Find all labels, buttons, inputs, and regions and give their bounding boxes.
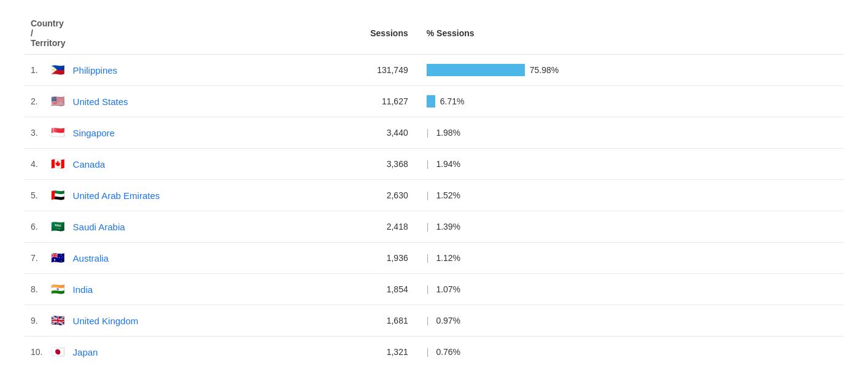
flag-cell: 🇵🇭 [50,55,73,86]
pct-value: 1.39% [436,222,460,232]
bar-divider: | [427,284,429,294]
country-link[interactable]: Canada [73,159,106,170]
bar-divider: | [427,222,429,232]
rank-cell: 7. [25,243,50,274]
table-row: 9.🇬🇧United Kingdom1,681|0.97% [25,305,843,337]
sessions-cell: 1,936 [347,243,420,274]
analytics-table-container: Country / Territory Sessions % Sessions … [0,0,868,380]
country-link[interactable]: Japan [73,347,98,357]
country-name-cell[interactable]: Japan [73,337,347,368]
country-link[interactable]: United Kingdom [73,316,139,326]
sessions-cell: 1,854 [347,274,420,305]
sessions-bar [427,64,525,76]
pct-sessions-cell: |0.76% [420,337,843,368]
table-row: 3.🇸🇬Singapore3,440|1.98% [25,117,843,149]
country-link[interactable]: United States [73,96,128,107]
flag-icon: 🇵🇭 [51,64,64,76]
flag-cell: 🇦🇺 [50,243,73,274]
table-row: 4.🇨🇦Canada3,368|1.94% [25,149,843,180]
country-link[interactable]: Singapore [73,128,115,138]
flag-cell: 🇯🇵 [50,337,73,368]
flag-icon: 🇮🇳 [51,283,64,295]
country-name-cell[interactable]: India [73,274,347,305]
bar-container: |0.76% [427,347,836,357]
bar-divider: | [427,253,429,263]
country-name-cell[interactable]: Saudi Arabia [73,211,347,243]
sessions-cell: 11,627 [347,86,420,117]
flag-cell: 🇺🇸 [50,86,73,117]
pct-value: 0.76% [436,347,460,357]
sessions-header: Sessions [347,12,420,55]
bar-divider: | [427,159,429,169]
pct-sessions-header: % Sessions [420,12,843,55]
flag-cell: 🇸🇬 [50,117,73,149]
flag-icon: 🇺🇸 [51,95,64,107]
flag-icon: 🇬🇧 [51,314,64,327]
pct-value: 75.98% [530,65,559,75]
bar-container: |0.97% [427,316,836,325]
table-row: 10.🇯🇵Japan1,321|0.76% [25,337,843,368]
sessions-cell: 2,630 [347,180,420,211]
table-row: 6.🇸🇦Saudi Arabia2,418|1.39% [25,211,843,243]
country-sessions-table: Country / Territory Sessions % Sessions … [25,12,843,367]
rank-cell: 3. [25,117,50,149]
pct-sessions-cell: 6.71% [420,86,843,117]
pct-sessions-cell: |1.39% [420,211,843,243]
country-name-header [73,12,347,55]
flag-cell: 🇦🇪 [50,180,73,211]
bar-divider: | [427,128,429,138]
pct-value: 1.07% [436,284,460,294]
sessions-cell: 3,440 [347,117,420,149]
pct-sessions-cell: |1.94% [420,149,843,180]
country-link[interactable]: Australia [73,253,109,263]
bar-container: |1.12% [427,253,836,263]
sessions-bar [427,95,435,107]
country-link[interactable]: Saudi Arabia [73,222,125,232]
country-name-cell[interactable]: Singapore [73,117,347,149]
country-name-cell[interactable]: United States [73,86,347,117]
country-name-cell[interactable]: Philippines [73,55,347,86]
pct-value: 1.94% [436,159,460,169]
bar-divider: | [427,190,429,200]
flag-icon: 🇨🇦 [51,158,64,170]
flag-cell: 🇮🇳 [50,274,73,305]
flag-icon: 🇦🇺 [51,252,64,264]
bar-container: 75.98% [427,64,836,76]
sessions-cell: 2,418 [347,211,420,243]
sessions-cell: 1,681 [347,305,420,337]
pct-sessions-cell: |1.52% [420,180,843,211]
rank-cell: 2. [25,86,50,117]
country-name-cell[interactable]: United Arab Emirates [73,180,347,211]
bar-container: |1.52% [427,190,836,200]
pct-value: 6.71% [440,96,465,106]
pct-value: 1.98% [436,128,460,138]
country-link[interactable]: United Arab Emirates [73,190,160,201]
table-row: 8.🇮🇳India1,854|1.07% [25,274,843,305]
pct-value: 0.97% [436,316,460,325]
country-territory-header: Country / Territory [25,12,73,55]
table-row: 1.🇵🇭Philippines131,74975.98% [25,55,843,86]
country-name-cell[interactable]: Canada [73,149,347,180]
flag-icon: 🇯🇵 [51,346,64,358]
rank-cell: 8. [25,274,50,305]
country-link[interactable]: India [73,284,93,295]
bar-container: |1.39% [427,222,836,232]
table-row: 5.🇦🇪United Arab Emirates2,630|1.52% [25,180,843,211]
bar-container: 6.71% [427,95,836,107]
rank-cell: 4. [25,149,50,180]
pct-value: 1.12% [436,253,460,263]
country-name-cell[interactable]: United Kingdom [73,305,347,337]
sessions-cell: 1,321 [347,337,420,368]
bar-container: |1.98% [427,128,836,138]
country-name-cell[interactable]: Australia [73,243,347,274]
pct-sessions-cell: 75.98% [420,55,843,86]
bar-divider: | [427,347,429,357]
flag-icon: 🇦🇪 [51,189,64,201]
country-link[interactable]: Philippines [73,65,118,76]
flag-icon: 🇸🇦 [51,220,64,233]
flag-cell: 🇬🇧 [50,305,73,337]
pct-sessions-cell: |0.97% [420,305,843,337]
sessions-cell: 131,749 [347,55,420,86]
bar-divider: | [427,316,429,325]
rank-cell: 5. [25,180,50,211]
